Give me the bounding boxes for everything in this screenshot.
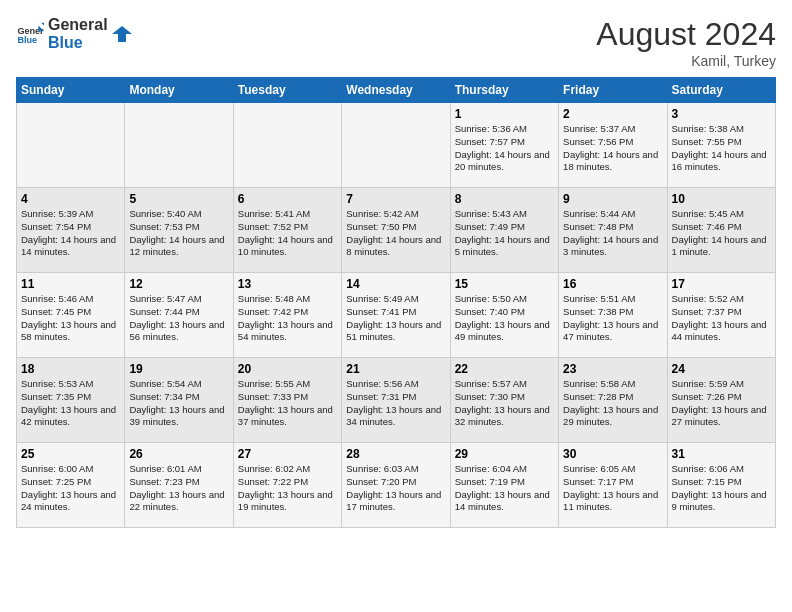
day-number: 1 <box>455 107 554 121</box>
day-number: 4 <box>21 192 120 206</box>
day-info: Sunrise: 5:43 AM Sunset: 7:49 PM Dayligh… <box>455 208 554 259</box>
day-info: Sunrise: 5:38 AM Sunset: 7:55 PM Dayligh… <box>672 123 771 174</box>
day-number: 22 <box>455 362 554 376</box>
day-info: Sunrise: 6:04 AM Sunset: 7:19 PM Dayligh… <box>455 463 554 514</box>
day-info: Sunrise: 5:49 AM Sunset: 7:41 PM Dayligh… <box>346 293 445 344</box>
calendar-cell: 17Sunrise: 5:52 AM Sunset: 7:37 PM Dayli… <box>667 273 775 358</box>
calendar-cell: 14Sunrise: 5:49 AM Sunset: 7:41 PM Dayli… <box>342 273 450 358</box>
day-number: 30 <box>563 447 662 461</box>
day-number: 12 <box>129 277 228 291</box>
weekday-header-thursday: Thursday <box>450 78 558 103</box>
calendar-cell: 24Sunrise: 5:59 AM Sunset: 7:26 PM Dayli… <box>667 358 775 443</box>
weekday-header-friday: Friday <box>559 78 667 103</box>
day-number: 27 <box>238 447 337 461</box>
day-info: Sunrise: 5:54 AM Sunset: 7:34 PM Dayligh… <box>129 378 228 429</box>
day-info: Sunrise: 5:59 AM Sunset: 7:26 PM Dayligh… <box>672 378 771 429</box>
day-info: Sunrise: 6:06 AM Sunset: 7:15 PM Dayligh… <box>672 463 771 514</box>
weekday-header-monday: Monday <box>125 78 233 103</box>
calendar-cell <box>342 103 450 188</box>
day-number: 9 <box>563 192 662 206</box>
calendar-cell: 1Sunrise: 5:36 AM Sunset: 7:57 PM Daylig… <box>450 103 558 188</box>
day-number: 31 <box>672 447 771 461</box>
week-row-3: 11Sunrise: 5:46 AM Sunset: 7:45 PM Dayli… <box>17 273 776 358</box>
page-header: General Blue General Blue August 2024 Ka… <box>16 16 776 69</box>
calendar-cell: 29Sunrise: 6:04 AM Sunset: 7:19 PM Dayli… <box>450 443 558 528</box>
day-number: 11 <box>21 277 120 291</box>
calendar-cell: 15Sunrise: 5:50 AM Sunset: 7:40 PM Dayli… <box>450 273 558 358</box>
calendar-cell: 30Sunrise: 6:05 AM Sunset: 7:17 PM Dayli… <box>559 443 667 528</box>
day-info: Sunrise: 6:02 AM Sunset: 7:22 PM Dayligh… <box>238 463 337 514</box>
day-number: 20 <box>238 362 337 376</box>
day-info: Sunrise: 5:50 AM Sunset: 7:40 PM Dayligh… <box>455 293 554 344</box>
day-number: 25 <box>21 447 120 461</box>
weekday-header-saturday: Saturday <box>667 78 775 103</box>
day-info: Sunrise: 5:42 AM Sunset: 7:50 PM Dayligh… <box>346 208 445 259</box>
day-info: Sunrise: 5:40 AM Sunset: 7:53 PM Dayligh… <box>129 208 228 259</box>
calendar-cell: 9Sunrise: 5:44 AM Sunset: 7:48 PM Daylig… <box>559 188 667 273</box>
day-info: Sunrise: 5:47 AM Sunset: 7:44 PM Dayligh… <box>129 293 228 344</box>
week-row-4: 18Sunrise: 5:53 AM Sunset: 7:35 PM Dayli… <box>17 358 776 443</box>
day-number: 14 <box>346 277 445 291</box>
month-year-title: August 2024 <box>596 16 776 53</box>
day-info: Sunrise: 5:56 AM Sunset: 7:31 PM Dayligh… <box>346 378 445 429</box>
calendar-cell: 27Sunrise: 6:02 AM Sunset: 7:22 PM Dayli… <box>233 443 341 528</box>
calendar-cell: 31Sunrise: 6:06 AM Sunset: 7:15 PM Dayli… <box>667 443 775 528</box>
day-number: 24 <box>672 362 771 376</box>
calendar-cell: 7Sunrise: 5:42 AM Sunset: 7:50 PM Daylig… <box>342 188 450 273</box>
day-number: 2 <box>563 107 662 121</box>
calendar-table: SundayMondayTuesdayWednesdayThursdayFrid… <box>16 77 776 528</box>
logo-bird-icon <box>112 24 132 44</box>
calendar-cell: 8Sunrise: 5:43 AM Sunset: 7:49 PM Daylig… <box>450 188 558 273</box>
week-row-5: 25Sunrise: 6:00 AM Sunset: 7:25 PM Dayli… <box>17 443 776 528</box>
calendar-cell: 19Sunrise: 5:54 AM Sunset: 7:34 PM Dayli… <box>125 358 233 443</box>
day-info: Sunrise: 6:03 AM Sunset: 7:20 PM Dayligh… <box>346 463 445 514</box>
calendar-cell <box>233 103 341 188</box>
day-info: Sunrise: 5:39 AM Sunset: 7:54 PM Dayligh… <box>21 208 120 259</box>
day-number: 8 <box>455 192 554 206</box>
day-number: 16 <box>563 277 662 291</box>
day-info: Sunrise: 5:51 AM Sunset: 7:38 PM Dayligh… <box>563 293 662 344</box>
day-info: Sunrise: 5:41 AM Sunset: 7:52 PM Dayligh… <box>238 208 337 259</box>
day-number: 19 <box>129 362 228 376</box>
calendar-cell: 28Sunrise: 6:03 AM Sunset: 7:20 PM Dayli… <box>342 443 450 528</box>
calendar-cell: 10Sunrise: 5:45 AM Sunset: 7:46 PM Dayli… <box>667 188 775 273</box>
day-number: 17 <box>672 277 771 291</box>
day-info: Sunrise: 5:45 AM Sunset: 7:46 PM Dayligh… <box>672 208 771 259</box>
day-info: Sunrise: 5:48 AM Sunset: 7:42 PM Dayligh… <box>238 293 337 344</box>
calendar-cell: 21Sunrise: 5:56 AM Sunset: 7:31 PM Dayli… <box>342 358 450 443</box>
day-info: Sunrise: 5:36 AM Sunset: 7:57 PM Dayligh… <box>455 123 554 174</box>
day-info: Sunrise: 5:44 AM Sunset: 7:48 PM Dayligh… <box>563 208 662 259</box>
day-number: 3 <box>672 107 771 121</box>
day-number: 29 <box>455 447 554 461</box>
day-info: Sunrise: 6:00 AM Sunset: 7:25 PM Dayligh… <box>21 463 120 514</box>
calendar-cell: 22Sunrise: 5:57 AM Sunset: 7:30 PM Dayli… <box>450 358 558 443</box>
logo-blue-text: Blue <box>48 34 108 52</box>
day-number: 13 <box>238 277 337 291</box>
day-number: 7 <box>346 192 445 206</box>
logo: General Blue General Blue <box>16 16 132 51</box>
calendar-cell: 25Sunrise: 6:00 AM Sunset: 7:25 PM Dayli… <box>17 443 125 528</box>
weekday-header-wednesday: Wednesday <box>342 78 450 103</box>
calendar-cell: 12Sunrise: 5:47 AM Sunset: 7:44 PM Dayli… <box>125 273 233 358</box>
svg-text:Blue: Blue <box>17 35 37 45</box>
day-info: Sunrise: 5:58 AM Sunset: 7:28 PM Dayligh… <box>563 378 662 429</box>
weekday-header-row: SundayMondayTuesdayWednesdayThursdayFrid… <box>17 78 776 103</box>
day-info: Sunrise: 5:57 AM Sunset: 7:30 PM Dayligh… <box>455 378 554 429</box>
day-number: 15 <box>455 277 554 291</box>
day-info: Sunrise: 5:37 AM Sunset: 7:56 PM Dayligh… <box>563 123 662 174</box>
logo-icon: General Blue <box>16 20 44 48</box>
calendar-cell: 26Sunrise: 6:01 AM Sunset: 7:23 PM Dayli… <box>125 443 233 528</box>
calendar-cell: 18Sunrise: 5:53 AM Sunset: 7:35 PM Dayli… <box>17 358 125 443</box>
calendar-cell: 20Sunrise: 5:55 AM Sunset: 7:33 PM Dayli… <box>233 358 341 443</box>
title-block: August 2024 Kamil, Turkey <box>596 16 776 69</box>
day-number: 28 <box>346 447 445 461</box>
calendar-cell: 4Sunrise: 5:39 AM Sunset: 7:54 PM Daylig… <box>17 188 125 273</box>
day-number: 5 <box>129 192 228 206</box>
location-subtitle: Kamil, Turkey <box>596 53 776 69</box>
day-number: 26 <box>129 447 228 461</box>
calendar-cell <box>125 103 233 188</box>
day-info: Sunrise: 6:01 AM Sunset: 7:23 PM Dayligh… <box>129 463 228 514</box>
calendar-cell: 5Sunrise: 5:40 AM Sunset: 7:53 PM Daylig… <box>125 188 233 273</box>
day-number: 21 <box>346 362 445 376</box>
day-info: Sunrise: 5:55 AM Sunset: 7:33 PM Dayligh… <box>238 378 337 429</box>
